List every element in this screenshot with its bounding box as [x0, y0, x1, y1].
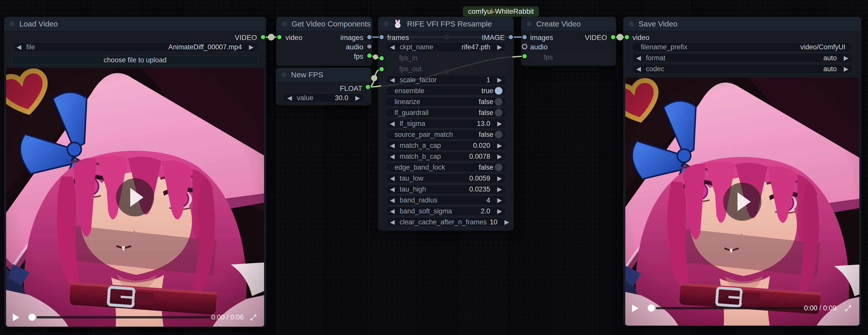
- widget-increment-arrow[interactable]: ▶: [840, 64, 848, 74]
- node-graph-canvas[interactable]: Load Video VIDEO ◀fileAnimateDiff_00007.…: [0, 0, 868, 335]
- widget-value[interactable]: ◀value30.0▶: [283, 93, 364, 103]
- node-titlebar[interactable]: Load Video: [4, 17, 266, 31]
- widget-fps_in[interactable]: fps_in: [386, 53, 506, 63]
- workflow-group-badge[interactable]: comfyui-WhiteRabbit: [463, 6, 539, 17]
- widget-increment-arrow[interactable]: ▶: [493, 141, 502, 150]
- widget-increment-arrow[interactable]: ▶: [493, 184, 502, 194]
- widget-decrement-arrow[interactable]: ◀: [636, 53, 645, 63]
- widget-label: tau_high: [400, 185, 426, 193]
- widget-fps-converted-input[interactable]: fps: [530, 52, 612, 62]
- node-get-video-components[interactable]: Get Video Components video images audio …: [276, 17, 372, 66]
- video-player-controls[interactable]: 0:00 / 0:09: [625, 303, 859, 313]
- widget-decrement-arrow[interactable]: ◀: [390, 119, 399, 128]
- widget-lf_sigma[interactable]: ◀lf_sigma13.0▶: [386, 119, 506, 128]
- widget-file[interactable]: ◀fileAnimateDiff_00007.mp4▶: [12, 42, 258, 52]
- link-midpoint-dot[interactable]: [268, 34, 275, 40]
- widget-decrement-arrow[interactable]: ◀: [390, 195, 399, 205]
- node-titlebar[interactable]: Get Video Components: [276, 17, 372, 31]
- input-slot-label-audio: audio: [530, 43, 548, 51]
- fullscreen-icon[interactable]: [249, 313, 257, 322]
- node-titlebar[interactable]: RIFE VFI FPS Resample: [378, 17, 514, 31]
- widget-codec[interactable]: ◀codecauto▶: [632, 64, 853, 74]
- widget-tau_high[interactable]: ◀tau_high0.0235▶: [386, 184, 506, 194]
- toggle-knob[interactable]: [495, 131, 502, 139]
- link-midpoint-dot[interactable]: [371, 75, 377, 81]
- widget-match_b_cap[interactable]: ◀match_b_cap0.0078▶: [386, 152, 506, 161]
- widget-clear_cache_after_n_frames[interactable]: ◀clear_cache_after_n_frames10▶: [386, 217, 506, 227]
- widget-filename_prefix[interactable]: filename_prefixvideo/ComfyUI: [632, 42, 853, 52]
- widget-format[interactable]: ◀formatauto▶: [632, 53, 853, 63]
- widget-match_a_cap[interactable]: ◀match_a_cap0.020▶: [386, 141, 506, 150]
- node-titlebar[interactable]: New FPS: [276, 68, 371, 82]
- collapse-dot-icon[interactable]: [629, 21, 634, 26]
- widget-tau_low[interactable]: ◀tau_low0.0059▶: [386, 174, 506, 183]
- seek-track[interactable]: [656, 307, 803, 309]
- widget-increment-arrow[interactable]: ▶: [493, 195, 502, 205]
- play-overlay-button[interactable]: [723, 183, 762, 221]
- widget-edge_band_lock[interactable]: edge_band_lockfalse: [386, 162, 506, 172]
- widget-increment-arrow[interactable]: ▶: [493, 206, 502, 216]
- widget-increment-arrow[interactable]: ▶: [493, 42, 502, 52]
- choose-file-button[interactable]: choose file to upload: [12, 55, 258, 65]
- widget-label: fps_in: [399, 54, 417, 62]
- widget-decrement-arrow[interactable]: ◀: [390, 152, 399, 161]
- collapse-dot-icon[interactable]: [384, 21, 389, 26]
- collapse-dot-icon[interactable]: [527, 21, 532, 26]
- widget-decrement-arrow[interactable]: ◀: [390, 217, 399, 227]
- widget-ensemble[interactable]: ensembletrue: [386, 86, 506, 96]
- seek-handle[interactable]: [648, 304, 655, 312]
- widget-fps_out[interactable]: fps_out: [386, 64, 506, 74]
- seek-track[interactable]: [37, 316, 211, 318]
- widget-ckpt_name[interactable]: ◀ckpt_namerife47.pth▶: [386, 42, 506, 52]
- widget-increment-arrow[interactable]: ▶: [840, 53, 848, 63]
- widget-lf_guardrail[interactable]: lf_guardrailfalse: [386, 108, 506, 118]
- collapse-dot-icon[interactable]: [281, 72, 286, 77]
- node-new-fps[interactable]: New FPS FLOAT ◀value30.0▶: [276, 68, 371, 105]
- widget-increment-arrow[interactable]: ▶: [351, 93, 360, 103]
- widget-increment-arrow[interactable]: ▶: [500, 217, 509, 227]
- widget-increment-arrow[interactable]: ▶: [493, 152, 502, 161]
- widget-decrement-arrow[interactable]: ◀: [287, 93, 296, 103]
- link-midpoint-dot[interactable]: [373, 55, 378, 60]
- widget-decrement-arrow[interactable]: ◀: [390, 184, 399, 194]
- widget-decrement-arrow[interactable]: ◀: [390, 42, 399, 52]
- widget-linearize[interactable]: linearizefalse: [386, 97, 506, 106]
- play-button-icon[interactable]: [13, 314, 19, 321]
- video-preview[interactable]: 0:00 / 0:06: [6, 68, 264, 327]
- widget-increment-arrow[interactable]: ▶: [493, 75, 502, 85]
- widget-decrement-arrow[interactable]: ◀: [390, 174, 399, 183]
- node-save-video[interactable]: Save Video video filename_prefixvideo/Co…: [623, 17, 861, 326]
- widget-scale_factor[interactable]: ◀scale_factor1▶: [386, 75, 506, 85]
- widget-increment-arrow[interactable]: ▶: [493, 119, 502, 128]
- widget-decrement-arrow[interactable]: ◀: [390, 75, 399, 85]
- widget-decrement-arrow[interactable]: ◀: [390, 206, 399, 216]
- play-button-icon[interactable]: [632, 304, 639, 312]
- node-load-video[interactable]: Load Video VIDEO ◀fileAnimateDiff_00007.…: [4, 17, 266, 327]
- widget-decrement-arrow[interactable]: ◀: [390, 141, 399, 150]
- play-overlay-button[interactable]: [116, 178, 154, 216]
- video-player-controls[interactable]: 0:00 / 0:06: [6, 312, 264, 323]
- toggle-knob[interactable]: [495, 87, 502, 95]
- node-title: Get Video Components: [291, 20, 371, 28]
- widget-band_soft_sigma[interactable]: ◀band_soft_sigma2.0▶: [386, 206, 506, 216]
- video-preview[interactable]: 0:00 / 0:09: [625, 78, 859, 326]
- node-create-video[interactable]: Create Video images VIDEO audio fps: [521, 17, 616, 66]
- collapse-dot-icon[interactable]: [282, 21, 287, 26]
- seek-handle[interactable]: [29, 314, 36, 321]
- widget-increment-arrow[interactable]: ▶: [245, 42, 254, 52]
- node-titlebar[interactable]: Create Video: [521, 17, 616, 31]
- toggle-knob[interactable]: [495, 163, 502, 171]
- widget-source_pair_match[interactable]: source_pair_matchfalse: [386, 130, 506, 140]
- widget-decrement-arrow[interactable]: ◀: [17, 42, 25, 52]
- fullscreen-icon[interactable]: [844, 304, 852, 312]
- widget-value: 0.0235: [466, 185, 493, 193]
- node-rife-vfi-fps-resample[interactable]: RIFE VFI FPS Resample frames IMAGE ◀ckpt…: [378, 17, 514, 231]
- widget-band_radius[interactable]: ◀band_radius4▶: [386, 195, 506, 205]
- collapse-dot-icon[interactable]: [10, 21, 15, 26]
- widget-decrement-arrow[interactable]: ◀: [636, 64, 645, 74]
- widget-increment-arrow[interactable]: ▶: [493, 174, 502, 183]
- link-midpoint-dot[interactable]: [617, 34, 623, 40]
- node-titlebar[interactable]: Save Video: [623, 17, 861, 31]
- toggle-knob[interactable]: [495, 98, 502, 105]
- toggle-knob[interactable]: [495, 109, 502, 117]
